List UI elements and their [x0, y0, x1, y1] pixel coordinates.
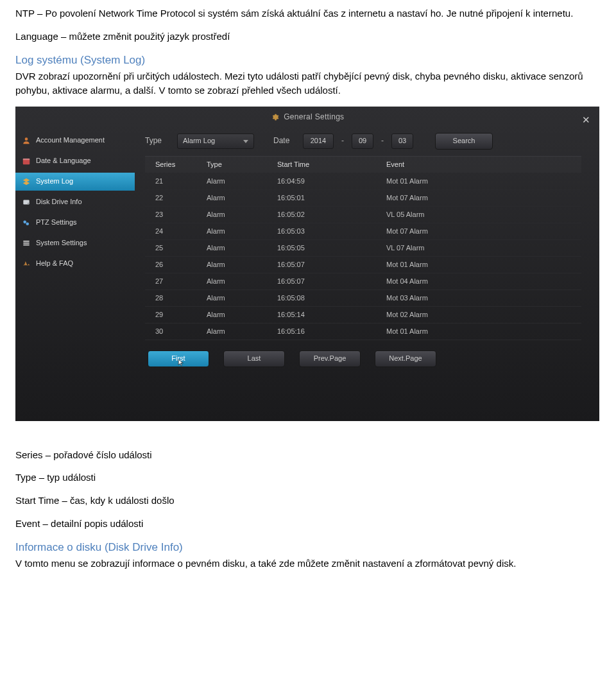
svg-rect-8	[23, 243, 29, 244]
cell-type: Alarm	[207, 260, 277, 270]
paragraph-series: Series – pořadové číslo události	[15, 448, 601, 462]
cell-series: 27	[155, 277, 207, 287]
table-row[interactable]: 27Alarm16:05:07Mot 04 Alarm	[145, 273, 581, 290]
date-year-value: 2014	[311, 136, 326, 146]
sidebar-item-system-settings[interactable]: System Settings	[15, 234, 135, 252]
ptz-icon	[22, 218, 31, 227]
sidebar-item-system-log[interactable]: System Log	[15, 173, 135, 191]
sidebar-item-label: Help & FAQ	[36, 259, 73, 269]
heading-disk-info: Informace o disku (Disk Drive Info)	[15, 540, 601, 556]
first-page-button[interactable]: First	[148, 350, 209, 367]
cell-event: Mot 01 Alarm	[386, 177, 581, 187]
type-label: Type	[145, 135, 171, 146]
table-row[interactable]: 28Alarm16:05:08Mot 03 Alarm	[145, 290, 581, 307]
table-row[interactable]: 25Alarm16:05:05VL 07 Alarm	[145, 240, 581, 257]
cell-event: VL 07 Alarm	[386, 243, 581, 254]
cell-event: VL 05 Alarm	[386, 210, 581, 220]
col-series: Series	[155, 160, 207, 170]
filter-row: Type Alarm Log Date 2014 - 09 - 03 Searc…	[145, 133, 581, 150]
date-month-select[interactable]: 09	[352, 134, 373, 149]
cell-type: Alarm	[207, 227, 277, 237]
table-row[interactable]: 22Alarm16:05:01Mot 07 Alarm	[145, 190, 581, 207]
cursor-icon	[178, 359, 185, 367]
cell-start: 16:05:03	[277, 227, 386, 237]
window-title-text: General Settings	[284, 112, 344, 121]
cell-start: 16:05:16	[277, 327, 386, 337]
sidebar-item-label: PTZ Settings	[36, 218, 77, 228]
sidebar-item-label: Disk Drive Info	[36, 197, 82, 207]
type-select-value: Alarm Log	[183, 136, 215, 146]
disk-icon	[22, 198, 31, 207]
calendar-icon	[22, 157, 31, 166]
cell-series: 23	[155, 210, 207, 220]
cell-series: 24	[155, 227, 207, 237]
svg-point-5	[23, 221, 26, 224]
cell-type: Alarm	[207, 310, 277, 320]
type-select[interactable]: Alarm Log	[177, 134, 254, 149]
gear-icon	[271, 113, 279, 121]
cell-start: 16:04:59	[277, 177, 386, 187]
date-separator: -	[380, 135, 385, 146]
cell-event: Mot 07 Alarm	[386, 193, 581, 203]
paragraph-ntp: NTP – Po povolení Network Time Protocol …	[15, 6, 601, 21]
cell-start: 16:05:05	[277, 243, 386, 254]
cell-type: Alarm	[207, 177, 277, 187]
date-day-value: 03	[398, 136, 406, 146]
prev-page-button[interactable]: Prev.Page	[299, 350, 361, 367]
cell-series: 21	[155, 177, 207, 187]
table-row[interactable]: 21Alarm16:04:59Mot 01 Alarm	[145, 173, 581, 190]
cell-type: Alarm	[207, 243, 277, 254]
svg-point-0	[25, 137, 28, 141]
search-button[interactable]: Search	[435, 133, 493, 150]
svg-point-6	[26, 222, 29, 225]
cell-start: 16:05:07	[277, 260, 386, 270]
paragraph-disk-info-desc: V tomto menu se zobrazují informace o pe…	[15, 557, 601, 571]
svg-rect-9	[23, 245, 29, 246]
paragraph-system-log-desc: DVR zobrazí upozornění při určitých udál…	[15, 69, 601, 98]
layers-icon	[22, 177, 31, 186]
table-row[interactable]: 29Alarm16:05:14Mot 02 Alarm	[145, 307, 581, 324]
cell-start: 16:05:07	[277, 277, 386, 287]
heading-system-log: Log systému (System Log)	[15, 53, 601, 69]
cell-start: 16:05:02	[277, 210, 386, 220]
paragraph-type: Type – typ události	[15, 470, 601, 485]
date-month-value: 09	[359, 136, 366, 146]
svg-rect-2	[23, 159, 30, 160]
date-separator: -	[340, 135, 345, 146]
user-icon	[22, 136, 31, 145]
chevron-down-icon	[243, 140, 248, 143]
log-table: Series Type Start Time Event 21Alarm16:0…	[145, 156, 581, 340]
sidebar-item-disk-drive-info[interactable]: Disk Drive Info	[15, 193, 135, 211]
table-row[interactable]: 26Alarm16:05:07Mot 01 Alarm	[145, 257, 581, 273]
cell-start: 16:05:08	[277, 293, 386, 304]
help-icon	[22, 259, 31, 268]
date-day-select[interactable]: 03	[391, 134, 413, 149]
cell-event: Mot 01 Alarm	[386, 260, 581, 270]
cell-type: Alarm	[207, 327, 277, 337]
date-label: Date	[273, 135, 296, 146]
cell-type: Alarm	[207, 210, 277, 220]
close-button[interactable]: ✕	[582, 113, 590, 127]
col-event: Event	[386, 160, 581, 170]
cell-series: 28	[155, 293, 207, 304]
screenshot-general-settings: General Settings ✕ Account ManagementDat…	[15, 107, 599, 421]
cell-start: 16:05:14	[277, 310, 386, 320]
paragraph-event: Event – detailní popis události	[15, 517, 601, 531]
sidebar-item-ptz-settings[interactable]: PTZ Settings	[15, 214, 135, 232]
last-page-button[interactable]: Last	[223, 350, 285, 367]
next-page-button[interactable]: Next.Page	[375, 350, 436, 367]
cell-series: 26	[155, 260, 207, 270]
sidebar-item-date-language[interactable]: Date & Language	[15, 152, 135, 170]
cell-series: 25	[155, 243, 207, 254]
table-header: Series Type Start Time Event	[145, 157, 581, 173]
date-year-select[interactable]: 2014	[303, 134, 334, 149]
table-row[interactable]: 24Alarm16:05:03Mot 07 Alarm	[145, 223, 581, 240]
sidebar-item-account-management[interactable]: Account Management	[15, 132, 135, 150]
svg-point-4	[28, 203, 29, 204]
sidebar-item-help-faq[interactable]: Help & FAQ	[15, 255, 135, 273]
table-row[interactable]: 30Alarm16:05:16Mot 01 Alarm	[145, 324, 581, 340]
paragraph-language: Language – můžete změnit použitý jazyk p…	[15, 30, 601, 44]
col-type: Type	[207, 160, 277, 170]
col-start-time: Start Time	[277, 160, 386, 170]
table-row[interactable]: 23Alarm16:05:02VL 05 Alarm	[145, 207, 581, 223]
